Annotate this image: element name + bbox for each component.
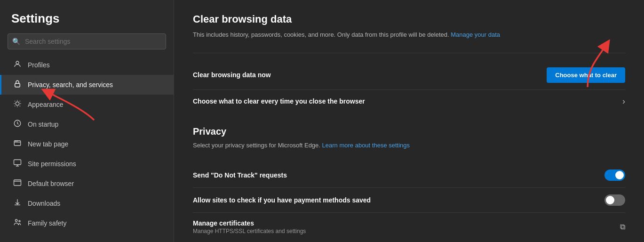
clear-every-time-row[interactable]: Choose what to clear every time you clos… bbox=[193, 90, 625, 113]
payment-methods-label: Allow sites to check if you have payment… bbox=[193, 196, 371, 204]
default-browser-icon bbox=[13, 178, 22, 189]
sidebar-item-downloads[interactable]: Downloads bbox=[0, 194, 174, 213]
payment-methods-toggle[interactable] bbox=[604, 194, 625, 206]
sidebar-item-label-new-tab: New tab page bbox=[28, 140, 68, 148]
appearance-icon bbox=[13, 99, 22, 110]
do-not-track-label: Send "Do Not Track" requests bbox=[193, 171, 287, 179]
sidebar-item-profiles[interactable]: Profiles bbox=[0, 55, 174, 75]
privacy-icon bbox=[13, 80, 22, 90]
sidebar-item-label-profiles: Profiles bbox=[28, 61, 50, 69]
external-link-icon[interactable]: ⧉ bbox=[620, 223, 625, 231]
choose-what-to-clear-button[interactable]: Choose what to clear bbox=[547, 67, 625, 83]
learn-more-link[interactable]: Learn more about these settings bbox=[322, 142, 410, 149]
sidebar-item-appearance[interactable]: Appearance bbox=[0, 95, 174, 114]
sidebar-item-new-tab[interactable]: New tab page bbox=[0, 134, 174, 154]
manage-your-data-link[interactable]: Manage your data bbox=[451, 31, 500, 38]
search-input[interactable] bbox=[8, 33, 166, 49]
app-title: Settings bbox=[0, 0, 174, 33]
clear-now-row: Clear browsing data now Choose what to c… bbox=[193, 61, 625, 90]
manage-certificates-label: Manage certificates bbox=[193, 219, 306, 227]
do-not-track-toggle[interactable] bbox=[604, 169, 625, 181]
clear-every-time-label: Choose what to clear every time you clos… bbox=[193, 97, 365, 105]
sidebar-item-label-family-safety: Family safety bbox=[28, 219, 66, 227]
svg-rect-5 bbox=[14, 160, 21, 165]
svg-point-2 bbox=[16, 102, 19, 105]
sidebar-item-on-startup[interactable]: On startup bbox=[0, 114, 174, 134]
clear-data-subtitle: This includes history, passwords, cookie… bbox=[193, 30, 625, 40]
clear-now-label: Clear browsing data now bbox=[193, 71, 271, 79]
main-content: Clear browsing data This includes histor… bbox=[174, 0, 644, 242]
divider-1 bbox=[193, 53, 625, 53]
sidebar-item-site-permissions[interactable]: Site permissions bbox=[0, 154, 174, 174]
new-tab-icon bbox=[13, 139, 22, 149]
sidebar-item-family-safety[interactable]: Family safety bbox=[0, 213, 174, 233]
sidebar-item-label-default-browser: Default browser bbox=[28, 180, 74, 187]
sidebar-nav: ProfilesPrivacy, search, and servicesApp… bbox=[0, 55, 174, 233]
do-not-track-slider bbox=[604, 169, 625, 181]
sidebar-item-label-on-startup: On startup bbox=[28, 121, 58, 128]
sidebar-item-label-downloads: Downloads bbox=[28, 200, 60, 207]
privacy-title: Privacy bbox=[193, 126, 625, 137]
sidebar-item-privacy[interactable]: Privacy, search, and services bbox=[0, 75, 174, 95]
clear-data-title: Clear browsing data bbox=[193, 13, 625, 25]
payment-methods-slider bbox=[604, 194, 625, 206]
sidebar-item-default-browser[interactable]: Default browser bbox=[0, 174, 174, 194]
downloads-icon bbox=[13, 198, 22, 209]
svg-rect-4 bbox=[14, 141, 21, 146]
site-permissions-icon bbox=[13, 159, 22, 169]
sidebar-item-label-appearance: Appearance bbox=[28, 101, 64, 108]
on-startup-icon bbox=[13, 119, 22, 129]
svg-rect-1 bbox=[15, 83, 20, 87]
svg-point-8 bbox=[19, 220, 20, 222]
payment-methods-row: Allow sites to check if you have payment… bbox=[193, 188, 625, 213]
svg-point-7 bbox=[16, 219, 18, 222]
clear-every-time-chevron[interactable]: › bbox=[622, 97, 625, 106]
privacy-section: Privacy Select your privacy settings for… bbox=[193, 126, 625, 242]
search-box: 🔍 bbox=[8, 33, 166, 49]
manage-certificates-row[interactable]: Manage certificates Manage HTTPS/SSL cer… bbox=[193, 213, 625, 241]
family-safety-icon bbox=[13, 218, 22, 228]
svg-point-0 bbox=[16, 61, 19, 64]
privacy-subtitle: Select your privacy settings for Microso… bbox=[193, 141, 625, 150]
manage-certificates-sublabel: Manage HTTPS/SSL certificates and settin… bbox=[193, 228, 306, 234]
sidebar-item-label-site-permissions: Site permissions bbox=[28, 160, 76, 168]
profiles-icon bbox=[13, 60, 22, 70]
sidebar: Settings 🔍 ProfilesPrivacy, search, and … bbox=[0, 0, 174, 242]
clear-data-section: Clear browsing data This includes histor… bbox=[193, 13, 625, 113]
svg-rect-6 bbox=[14, 180, 21, 186]
sidebar-item-label-privacy: Privacy, search, and services bbox=[28, 81, 113, 89]
search-icon: 🔍 bbox=[12, 38, 20, 45]
do-not-track-row: Send "Do Not Track" requests bbox=[193, 163, 625, 188]
